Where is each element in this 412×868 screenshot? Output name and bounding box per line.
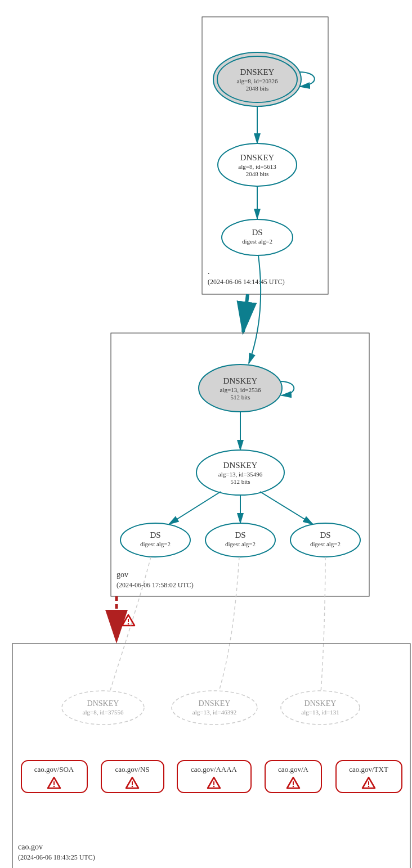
cao-key3-alg: alg=13, id=131 [301, 709, 339, 716]
root-ksk-selfloop [299, 72, 315, 87]
cao-key3-title: DNSKEY [304, 699, 337, 708]
cao-key2-alg: alg=13, id=46392 [192, 709, 236, 716]
gov-ds2-title: DS [235, 530, 245, 539]
edge-govzsk-ds3 [260, 492, 313, 524]
gov-ds3-title: DS [320, 530, 330, 539]
root-ksk-title: DNSKEY [240, 68, 275, 77]
cao-key1 [62, 691, 144, 725]
root-ds-title: DS [252, 228, 262, 237]
record-txt-label: cao.gov/TXT [349, 765, 388, 773]
edge-rootds-govksk [249, 255, 261, 363]
root-ksk-bits: 2048 bits [246, 85, 269, 92]
root-zsk-title: DNSKEY [240, 153, 275, 162]
cao-key2-title: DNSKEY [199, 699, 231, 708]
warning-icon [122, 615, 135, 626]
record-a-label: cao.gov/A [278, 765, 308, 773]
gov-ksk-title: DNSKEY [223, 376, 258, 385]
root-ds [222, 219, 293, 255]
root-zsk-bits: 2048 bits [246, 170, 269, 177]
root-zsk-alg: alg=8, id=5613 [238, 163, 276, 170]
zone-caogov-ts: (2024-06-06 18:43:25 UTC) [18, 853, 95, 861]
edge-govzsk-ds1 [169, 492, 221, 524]
edge-ds2-caokey2 [218, 557, 239, 693]
cao-key1-alg: alg=8, id=37556 [83, 709, 124, 716]
gov-ds3-digest: digest alg=2 [310, 541, 341, 547]
gov-zsk-alg: alg=13, id=35496 [218, 471, 263, 478]
zone-gov-ts: (2024-06-06 17:58:02 UTC) [117, 581, 194, 589]
gov-ds1-digest: digest alg=2 [140, 541, 171, 547]
cao-key2 [172, 691, 257, 725]
gov-ksk-bits: 512 bits [230, 394, 250, 401]
gov-ksk-alg: alg=13, id=2536 [220, 386, 261, 393]
zone-root-name: . [208, 267, 210, 276]
zone-root-ts: (2024-06-06 14:14:45 UTC) [208, 278, 285, 286]
gov-ds2-digest: digest alg=2 [225, 541, 256, 547]
root-ksk-alg: alg=8, id=20326 [237, 78, 278, 84]
gov-ds1 [120, 523, 190, 557]
zone-caogov-name: cao.gov [18, 843, 43, 851]
edge-root-to-gov-box [243, 294, 248, 332]
record-ns-label: cao.gov/NS [115, 765, 149, 773]
record-soa-label: cao.gov/SOA [34, 765, 74, 773]
record-aaaa-label: cao.gov/AAAA [191, 765, 238, 773]
gov-ds2 [205, 523, 275, 557]
gov-ds3 [290, 523, 360, 557]
root-ds-digest: digest alg=2 [242, 238, 272, 245]
cao-key3 [281, 691, 360, 725]
cao-key1-title: DNSKEY [87, 699, 119, 708]
edge-ds3-caokey3 [321, 557, 325, 693]
gov-ds1-title: DS [150, 530, 160, 539]
zone-gov-name: gov [117, 570, 128, 579]
gov-zsk-bits: 512 bits [230, 478, 250, 485]
gov-zsk-title: DNSKEY [223, 461, 258, 470]
zone-caogov-box [12, 644, 410, 868]
